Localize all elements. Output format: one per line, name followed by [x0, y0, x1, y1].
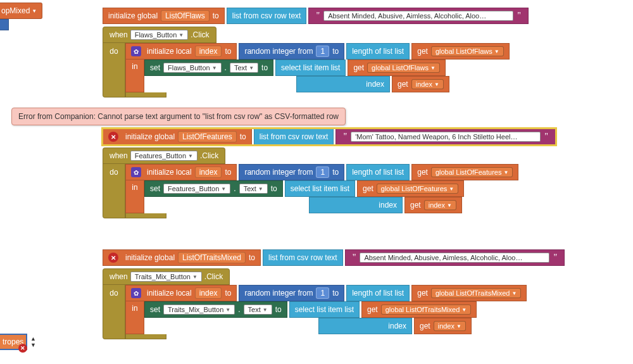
- get-index-block[interactable]: get index▼: [404, 197, 462, 213]
- to-label: to: [271, 184, 277, 193]
- quote-close-icon: ": [553, 253, 557, 263]
- csv-label: list from csv row text: [260, 132, 329, 141]
- csv-text-field[interactable]: 'Mom' Tattoo, Named Weapon, 6 Inch Stile…: [351, 132, 541, 142]
- component-dropdown[interactable]: Flaws_Button▼: [130, 30, 189, 40]
- index-pill[interactable]: index: [195, 166, 222, 178]
- get-index-block[interactable]: get index▼: [414, 318, 472, 334]
- random-int-block[interactable]: random integer from 1 to: [239, 164, 344, 180]
- random-int-block[interactable]: random integer from 1 to: [239, 43, 344, 60]
- error-icon[interactable]: ✕: [18, 344, 27, 353]
- partial-block-opmixed[interactable]: opMixed ▼: [0, 3, 42, 19]
- init-global-flaws-row[interactable]: initialize global ListOfFlaws to list fr…: [103, 8, 529, 24]
- tropes-partial-block[interactable]: tropes ✕ ▲ ▼: [0, 334, 39, 350]
- global-var-dropdown[interactable]: global ListOfFeatures▼: [377, 184, 458, 194]
- select-list-item-block[interactable]: select list item list: [289, 301, 360, 318]
- component-dropdown[interactable]: Traits_Mix_Button▼: [130, 272, 202, 282]
- set-prop-dropdown[interactable]: Text▼: [230, 63, 258, 73]
- rand-from-label: random integer from: [244, 289, 313, 298]
- get-label: get: [417, 168, 428, 177]
- chevron-down-icon: ▼: [249, 65, 254, 71]
- text-value-block[interactable]: " 'Mom' Tattoo, Named Weapon, 6 Inch Sti…: [335, 129, 555, 145]
- list-from-csv-block[interactable]: list from csv row text: [254, 129, 334, 145]
- init-global-block[interactable]: ✕ initialize global ListOfFeatures to: [103, 129, 252, 145]
- set-block[interactable]: set Traits_Mix_Button▼ . Text▼ to: [144, 301, 287, 318]
- index-dropdown[interactable]: index▼: [411, 79, 444, 89]
- when-header[interactable]: when Flaws_Button▼ .Click: [103, 27, 216, 43]
- init-global-features-row[interactable]: ✕ initialize global ListOfFeatures to li…: [103, 129, 556, 145]
- init-local-block[interactable]: ✿ initialize local index to: [125, 43, 237, 60]
- chevron-down-icon: ▼: [221, 186, 226, 192]
- global-var-dropdown[interactable]: global ListOfFeatures▼: [431, 167, 513, 177]
- set-component-dropdown[interactable]: Flaws_Button▼: [163, 63, 222, 73]
- set-component-dropdown[interactable]: Traits_Mix_Button▼: [163, 304, 235, 315]
- get-global-block[interactable]: get global ListOfTraitsMixed▼: [361, 301, 477, 318]
- random-int-block[interactable]: random integer from 1 to: [239, 285, 344, 301]
- when-flaws-click-block[interactable]: when Flaws_Button▼ .Click do ✿ initializ…: [103, 27, 529, 97]
- length-of-list-block[interactable]: length of list list: [346, 43, 410, 60]
- length-of-list-block[interactable]: length of list list: [346, 164, 410, 180]
- to-label: to: [332, 47, 339, 56]
- get-label: get: [417, 289, 428, 298]
- index-dropdown[interactable]: index▼: [424, 200, 456, 210]
- init-local-block[interactable]: ✿ initialize local index to: [125, 164, 237, 180]
- csv-text-field[interactable]: Absent Minded, Abusive, Aimless, Alcohol…: [323, 11, 513, 21]
- gear-icon[interactable]: ✿: [131, 288, 141, 298]
- chevron-up-icon[interactable]: ▲: [30, 336, 36, 342]
- set-block[interactable]: set Features_Button▼ . Text▼ to: [144, 180, 283, 197]
- index-pill[interactable]: index: [195, 287, 222, 299]
- number-pill[interactable]: 1: [316, 287, 329, 299]
- gear-icon[interactable]: ✿: [131, 167, 141, 177]
- global-var-dropdown[interactable]: global ListOfTraitsMixed▼: [431, 288, 522, 298]
- text-value-block[interactable]: " Absent Minded, Abusive, Aimless, Alcoh…: [308, 8, 528, 24]
- when-header[interactable]: when Features_Button▼ .Click: [103, 147, 225, 164]
- var-name-pill[interactable]: ListOfTraitsMixed: [178, 252, 246, 263]
- select-list-item-block[interactable]: select list item list: [285, 180, 355, 197]
- gear-icon[interactable]: ✿: [131, 46, 141, 56]
- text-value-block[interactable]: " Absent Minded, Abusive, Aimless, Alcoh…: [345, 249, 565, 266]
- component-dropdown[interactable]: Features_Button▼: [130, 151, 197, 161]
- set-prop-dropdown[interactable]: Text▼: [239, 184, 268, 194]
- csv-text-field[interactable]: Absent Minded, Abusive, Aimless, Alcohol…: [360, 253, 549, 263]
- global-var-dropdown[interactable]: global ListOfFlaws▼: [367, 63, 440, 73]
- get-index-block[interactable]: get index▼: [392, 76, 449, 92]
- index-label-block[interactable]: index: [318, 318, 412, 334]
- length-of-list-block[interactable]: length of list list: [346, 285, 410, 301]
- error-icon[interactable]: ✕: [108, 253, 118, 263]
- list-from-csv-block[interactable]: list from csv row text: [227, 8, 307, 24]
- get-global-block[interactable]: get global ListOfFlaws▼: [348, 60, 445, 76]
- set-component-dropdown[interactable]: Features_Button▼: [163, 184, 230, 194]
- init-local-block[interactable]: ✿ initialize local index to: [125, 285, 237, 301]
- get-block[interactable]: get global ListOfFlaws▼: [411, 43, 509, 60]
- var-name-pill[interactable]: ListOfFeatures: [178, 131, 237, 142]
- index-label-block[interactable]: index: [309, 197, 403, 213]
- when-traits-click-block[interactable]: when Traits_Mix_Button▼ .Click do ✿ init…: [103, 268, 565, 339]
- chevron-down-icon: ▼: [192, 274, 197, 280]
- get-global-block[interactable]: get global ListOfFeatures▼: [357, 180, 464, 197]
- global-var-dropdown[interactable]: global ListOfFlaws▼: [431, 46, 504, 56]
- when-header[interactable]: when Traits_Mix_Button▼ .Click: [103, 268, 230, 285]
- set-block[interactable]: set Flaws_Button▼ . Text▼ to: [144, 60, 273, 76]
- init-global-block[interactable]: ✕ initialize global ListOfTraitsMixed to: [103, 249, 261, 266]
- init-global-label: initialize global: [125, 132, 175, 141]
- global-var-dropdown[interactable]: global ListOfTraitsMixed▼: [381, 304, 472, 315]
- select-list-item-block[interactable]: select list item list: [275, 60, 346, 76]
- init-global-block[interactable]: initialize global ListOfFlaws to: [103, 8, 225, 24]
- rand-from-label: random integer from: [244, 47, 313, 56]
- number-pill[interactable]: 1: [316, 166, 329, 178]
- arrow-stepper[interactable]: ▲ ▼: [27, 336, 39, 348]
- partial-blue-notch: [0, 19, 9, 30]
- index-dropdown[interactable]: index▼: [434, 321, 466, 331]
- chevron-down-icon[interactable]: ▼: [30, 342, 36, 348]
- var-name-pill[interactable]: ListOfFlaws: [161, 10, 210, 22]
- index-label-block[interactable]: index: [296, 76, 390, 92]
- init-global-traits-row[interactable]: ✕ initialize global ListOfTraitsMixed to…: [103, 249, 565, 266]
- set-prop-dropdown[interactable]: Text▼: [244, 304, 272, 315]
- features-section: ✕ initialize global ListOfFeatures to li…: [103, 129, 556, 218]
- list-from-csv-block[interactable]: list from csv row text: [263, 249, 343, 266]
- get-block[interactable]: get global ListOfFeatures▼: [411, 164, 518, 180]
- error-icon[interactable]: ✕: [108, 132, 118, 142]
- get-block[interactable]: get global ListOfTraitsMixed▼: [411, 285, 527, 301]
- index-pill[interactable]: index: [195, 46, 222, 57]
- when-features-click-block[interactable]: when Features_Button▼ .Click do ✿ initia…: [103, 147, 556, 218]
- number-pill[interactable]: 1: [316, 46, 329, 57]
